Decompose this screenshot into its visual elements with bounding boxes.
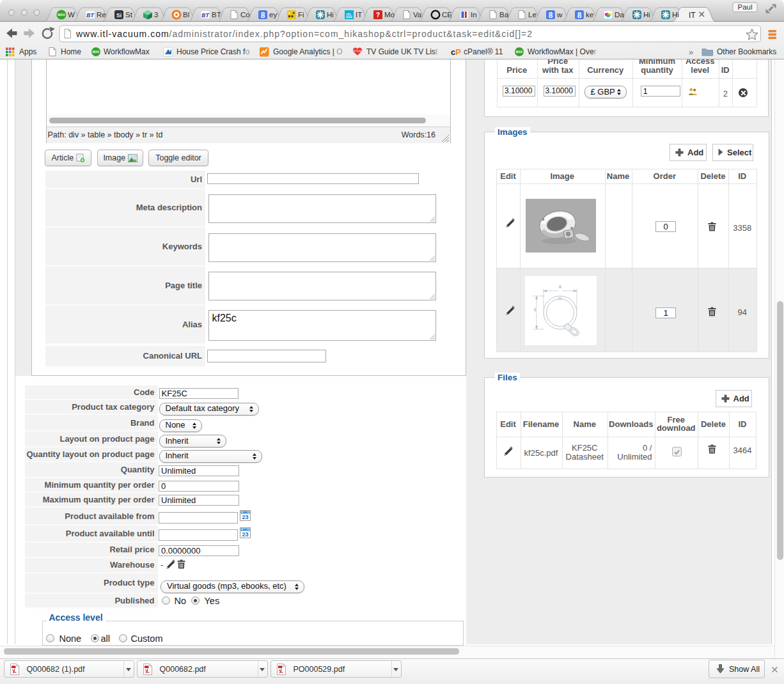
svg-text:Google Analytics | O: Google Analytics | O: [273, 47, 343, 56]
svg-text:Hi: Hi: [327, 11, 334, 19]
svg-text:TV Guide UK TV List: TV Guide UK TV List: [366, 47, 438, 56]
svg-text:MAX: MAX: [516, 51, 523, 54]
svg-text:Da: Da: [615, 11, 624, 19]
svg-text:WorkflowMax | Over: WorkflowMax | Over: [528, 47, 597, 56]
svg-text:W: W: [68, 11, 75, 19]
svg-text:»: »: [689, 47, 693, 57]
svg-text:Co: Co: [240, 11, 250, 19]
svg-text:Fi: Fi: [298, 11, 304, 19]
svg-text:IT: IT: [689, 11, 696, 20]
svg-text:WorkflowMax: WorkflowMax: [104, 47, 150, 56]
svg-text:IT: IT: [356, 11, 362, 19]
svg-text:St: St: [125, 11, 133, 19]
svg-text:TVGuide: TVGuide: [353, 50, 362, 52]
svg-text:cP: cP: [451, 47, 461, 57]
svg-text:B: B: [534, 307, 537, 312]
svg-text:Mo: Mo: [384, 11, 395, 19]
svg-text:CE: CE: [442, 11, 452, 19]
svg-text:Home: Home: [61, 47, 81, 56]
svg-text:MAX: MAX: [93, 51, 100, 54]
svg-text:cPanel® 11: cPanel® 11: [464, 47, 503, 56]
svg-text:Le: Le: [528, 11, 537, 19]
svg-text:Re: Re: [97, 11, 106, 19]
svg-text:w: w: [556, 11, 563, 19]
svg-text:Hi: Hi: [672, 11, 679, 19]
svg-text:ey: ey: [269, 11, 277, 19]
svg-text:Hi: Hi: [643, 11, 650, 19]
svg-text:ke: ke: [586, 11, 593, 19]
svg-text:A: A: [559, 284, 562, 289]
svg-text:House Price Crash fo: House Price Crash fo: [176, 47, 249, 56]
svg-text:Bl: Bl: [183, 11, 189, 19]
svg-text:BT: BT: [212, 11, 221, 19]
svg-text:3: 3: [154, 11, 158, 19]
svg-text:In: In: [471, 11, 477, 19]
svg-text:Paul: Paul: [737, 3, 752, 11]
svg-text:Apps: Apps: [19, 47, 36, 56]
svg-text:Other Bookmarks: Other Bookmarks: [717, 47, 776, 56]
svg-text:Ba: Ba: [499, 11, 509, 19]
svg-text:www.itl-vacuum.com/administrat: www.itl-vacuum.com/administrator/index.p…: [75, 29, 533, 39]
svg-text:Va: Va: [413, 11, 422, 19]
